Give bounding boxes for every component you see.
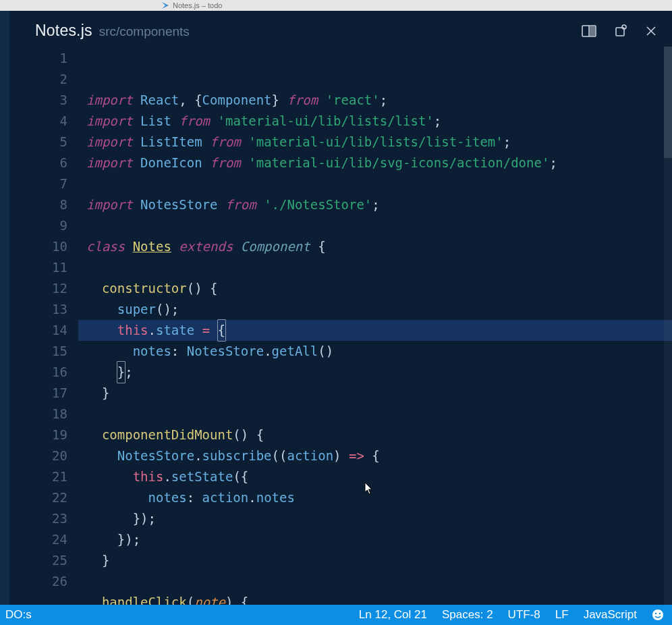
svg-point-9 [659,613,661,614]
code-line[interactable]: constructor() { [78,278,672,299]
line-number: 11 [19,257,67,278]
code-line[interactable]: } [78,550,672,571]
show-opened-editors-icon[interactable] [613,24,627,38]
editor-actions [582,24,663,38]
vscode-icon [162,2,169,9]
line-number: 24 [19,529,67,550]
code-line[interactable]: this.setState({ [78,466,672,487]
editor-group: Notes.js src/components [19,11,672,605]
line-number: 23 [19,508,67,529]
window-tabstrip: Notes.js – todo [0,0,672,11]
window-tab-label: Notes.js – todo [173,1,222,9]
line-number: 8 [19,194,67,215]
status-problems[interactable]: DO:s [5,608,32,622]
editor-filename: Notes.js [35,22,92,40]
svg-point-8 [655,613,656,614]
line-number: 2 [19,69,67,90]
line-number: 12 [19,278,67,299]
status-language-mode[interactable]: JavaScript [584,608,637,622]
status-cursor-position[interactable]: Ln 12, Col 21 [359,608,427,622]
line-number: 9 [19,215,67,236]
line-number: 22 [19,487,67,508]
svg-rect-2 [590,26,595,36]
status-encoding[interactable]: UTF-8 [508,608,540,622]
code-line[interactable]: }); [78,508,672,529]
editor-title[interactable]: Notes.js src/components [35,22,190,40]
status-feedback-icon[interactable] [652,609,664,621]
status-problems-label: DO:s [5,608,32,622]
close-editor-icon[interactable] [644,24,659,38]
vertical-scrollbar[interactable] [664,47,672,605]
line-number: 25 [19,550,67,571]
line-number: 10 [19,236,67,257]
activity-bar-sliver [0,11,9,605]
line-number: 17 [19,383,67,404]
line-number: 1 [19,48,67,69]
status-eol[interactable]: LF [555,608,569,622]
line-number: 14 [19,320,67,341]
code-line[interactable]: this.state = { [78,320,672,341]
code-line[interactable]: notes: action.notes [78,487,672,508]
line-number: 16 [19,362,67,383]
code-line[interactable]: } [78,383,672,404]
editor-area: Notes.js src/components [0,11,672,605]
editor-path: src/components [99,24,190,39]
code-line[interactable]: import DoneIcon from 'material-ui/lib/sv… [78,153,672,173]
code-line[interactable] [78,404,672,425]
line-number: 13 [19,299,67,320]
split-editor-icon[interactable] [582,24,596,38]
code-line[interactable] [78,571,672,592]
line-number: 4 [19,111,67,132]
line-number: 26 [19,571,67,592]
editor-header: Notes.js src/components [19,11,672,47]
line-number: 15 [19,341,67,362]
line-number-gutter: 1234567891011121314151617181920212223242… [19,47,78,605]
status-bar: DO:s Ln 12, Col 21 Spaces: 2 UTF-8 LF Ja… [0,605,672,625]
code-line[interactable]: import NotesStore from './NotesStore'; [78,194,672,215]
code-line[interactable]: import List from 'material-ui/lib/lists/… [78,111,672,132]
window-tab[interactable]: Notes.js – todo [162,1,222,9]
code-line[interactable]: super(); [78,299,672,320]
line-number: 6 [19,153,67,173]
code-line[interactable]: import React, {Component} from 'react'; [78,90,672,111]
code-line[interactable]: handleClick(note) { [78,592,672,605]
code-line[interactable]: }; [78,362,672,383]
svg-point-7 [652,609,663,620]
line-number: 3 [19,90,67,111]
code-line[interactable] [78,215,672,236]
code-line[interactable] [78,257,672,278]
line-number: 19 [19,425,67,445]
code-line[interactable]: notes: NotesStore.getAll() [78,341,672,362]
code-body[interactable]: 1234567891011121314151617181920212223242… [19,47,672,605]
code-line[interactable]: import ListItem from 'material-ui/lib/li… [78,132,672,153]
code-line[interactable]: }); [78,529,672,550]
line-number: 18 [19,404,67,425]
line-number: 7 [19,173,67,194]
status-indentation[interactable]: Spaces: 2 [442,608,493,622]
line-number: 20 [19,445,67,466]
code-content[interactable]: import React, {Component} from 'react';i… [78,47,672,605]
app-root: Notes.js – todo Notes.js src/components [0,0,672,625]
code-line[interactable] [78,173,672,194]
code-line[interactable]: componentDidMount() { [78,425,672,445]
line-number: 21 [19,466,67,487]
code-line[interactable]: class Notes extends Component { [78,236,672,257]
line-number: 5 [19,132,67,153]
code-line[interactable]: NotesStore.subscribe((action) => { [78,445,672,466]
